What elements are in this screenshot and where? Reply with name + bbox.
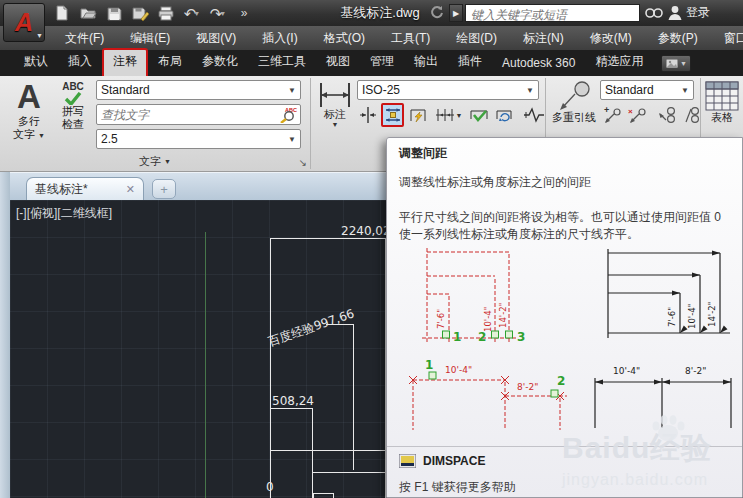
quick-dimension-icon[interactable] — [406, 103, 429, 127]
align-leaders-icon[interactable] — [655, 103, 678, 127]
text-panel-footer[interactable]: 文字▼ — [0, 152, 310, 171]
tab-parametric[interactable]: 参数化 — [192, 48, 248, 76]
continue-dimension-icon[interactable]: ▼ — [431, 103, 465, 127]
text-panel-launcher-icon[interactable]: ↘ — [299, 157, 307, 168]
login-area[interactable]: 登录 — [668, 4, 710, 21]
svg-text:7'-6": 7'-6" — [667, 307, 677, 327]
dimension-button[interactable]: 标注 ▼ — [316, 82, 354, 128]
menu-modify[interactable]: 修改(M) — [577, 30, 645, 47]
remove-leader-icon[interactable]: × — [625, 103, 648, 127]
svg-text:10'-4": 10'-4" — [613, 366, 640, 376]
search-expand-button[interactable]: ▶ — [449, 4, 463, 22]
viewport-controls[interactable]: [-][俯视][二维线框] — [16, 205, 112, 222]
menu-file[interactable]: 文件(F) — [52, 30, 117, 47]
dim-style-combo[interactable]: ISO-25▼ — [357, 80, 539, 100]
autocad-logo: A — [15, 10, 33, 35]
mleader-style-combo[interactable]: Standard▼ — [600, 80, 694, 100]
svg-text:8'-2": 8'-2" — [517, 382, 538, 392]
tab-default[interactable]: 默认 — [14, 48, 58, 76]
spell-check-icon: ABC — [62, 81, 84, 92]
search-field-wrap — [465, 4, 640, 22]
text-style-combo[interactable]: Standard▼ — [96, 80, 301, 100]
tab-annotate[interactable]: 注释 — [102, 48, 148, 76]
diagram-after-baseline: 7'-6" 10'-4" 14'-2" — [602, 243, 737, 348]
svg-text:2: 2 — [478, 330, 486, 344]
ribbon-display-toggle[interactable]: ▼ — [661, 55, 691, 72]
menu-tools[interactable]: 工具(T) — [378, 30, 443, 47]
watermark-url: jingyan.baidu.com — [562, 471, 712, 489]
find-text-icon[interactable]: ABC — [278, 106, 298, 123]
application-menu-button[interactable]: A ▼ — [3, 3, 45, 42]
table-icon — [705, 81, 739, 111]
tab-plugins[interactable]: 插件 — [448, 48, 492, 76]
redo-button[interactable]: ↷▼ — [208, 4, 228, 22]
add-leader-icon[interactable]: + — [600, 103, 623, 127]
tab-featured-apps[interactable]: 精选应用 — [585, 48, 653, 76]
linear-dimension-icon — [318, 82, 352, 108]
undo-button[interactable]: ↶▼ — [182, 4, 202, 22]
table-button[interactable]: 表格 — [704, 81, 740, 124]
tab-insert[interactable]: 插入 — [58, 48, 102, 76]
menu-parametric[interactable]: 参数(P) — [645, 30, 711, 47]
new-drawing-tab-button[interactable]: + — [152, 179, 176, 199]
close-icon[interactable]: ✕ — [126, 183, 135, 196]
new-file-button[interactable] — [52, 4, 72, 22]
save-button[interactable] — [104, 4, 124, 22]
update-dimension-icon[interactable] — [492, 103, 515, 127]
menu-draw[interactable]: 绘图(D) — [443, 30, 510, 47]
svg-text:1: 1 — [453, 330, 461, 344]
tab-autodesk360[interactable]: Autodesk 360 — [492, 51, 585, 76]
svg-text:10'-4": 10'-4" — [483, 306, 493, 332]
search-input[interactable] — [466, 7, 639, 23]
refresh-icon[interactable] — [430, 5, 444, 23]
ribbon-tab-bar: 默认 插入 注释 布局 参数化 三维工具 视图 管理 输出 插件 Autodes… — [0, 50, 743, 76]
svg-text:×: × — [628, 107, 633, 116]
menu-view[interactable]: 视图(V) — [183, 30, 249, 47]
chevron-down-icon: ▼ — [526, 86, 534, 95]
svg-text:2: 2 — [557, 374, 565, 388]
multileader-button[interactable]: 多重引线 — [551, 81, 597, 124]
tab-layout[interactable]: 布局 — [148, 48, 192, 76]
tab-view[interactable]: 视图 — [316, 48, 360, 76]
chevron-down-icon[interactable]: ▼ — [193, 10, 200, 17]
svg-text:14'-2": 14'-2" — [707, 301, 717, 327]
watermark-brand: Baidu经验 — [562, 428, 712, 469]
menu-window[interactable]: 窗口(W) — [711, 30, 743, 47]
chevron-down-icon: ▼ — [681, 86, 689, 95]
mtext-button[interactable]: A 多行 文字 ▼ — [8, 79, 50, 142]
inspect-dimension-icon[interactable] — [467, 103, 490, 127]
svg-text:7'-6": 7'-6" — [436, 309, 446, 329]
menu-insert[interactable]: 插入(I) — [249, 30, 310, 47]
tooltip-command-name: DIMSPACE — [423, 454, 485, 468]
chevron-down-icon[interactable]: ▼ — [456, 112, 463, 119]
menu-format[interactable]: 格式(O) — [311, 30, 378, 47]
dimspace-command-icon — [399, 454, 416, 468]
chevron-down-icon: ▼ — [288, 135, 296, 144]
adjust-spacing-icon[interactable] — [381, 103, 404, 127]
menu-dimension[interactable]: 标注(N) — [510, 30, 577, 47]
svg-text:14'-2": 14'-2" — [498, 302, 508, 328]
binoculars-icon[interactable] — [645, 5, 663, 23]
find-text-field: ABC — [96, 104, 301, 125]
menu-bar: 文件(F) 编辑(E) 视图(V) 插入(I) 格式(O) 工具(T) 绘图(D… — [0, 26, 743, 50]
dimension-break-icon[interactable] — [356, 103, 379, 127]
menu-edit[interactable]: 编辑(E) — [117, 30, 183, 47]
collect-leaders-icon[interactable] — [680, 103, 703, 127]
picture-icon — [666, 59, 678, 68]
chevron-down-icon: ▼ — [38, 132, 45, 139]
plot-button[interactable] — [156, 4, 176, 22]
qat-expand-button[interactable]: » — [234, 4, 254, 22]
spell-check-button[interactable]: ABC 拼写 检查 — [53, 81, 93, 131]
find-text-input[interactable] — [97, 108, 278, 122]
open-file-button[interactable] — [78, 4, 98, 22]
jog-line-icon[interactable] — [522, 103, 545, 127]
save-as-button[interactable] — [130, 4, 150, 22]
chevron-down-icon[interactable]: ▼ — [219, 10, 226, 17]
tab-3d-tools[interactable]: 三维工具 — [248, 48, 316, 76]
tab-output[interactable]: 输出 — [404, 48, 448, 76]
paw-icon — [648, 414, 688, 442]
file-tab-active[interactable]: 基线标注* ✕ — [26, 177, 144, 201]
tab-manage[interactable]: 管理 — [360, 48, 404, 76]
text-height-combo[interactable]: 2.5▼ — [96, 129, 301, 149]
multileader-icon — [556, 81, 592, 111]
